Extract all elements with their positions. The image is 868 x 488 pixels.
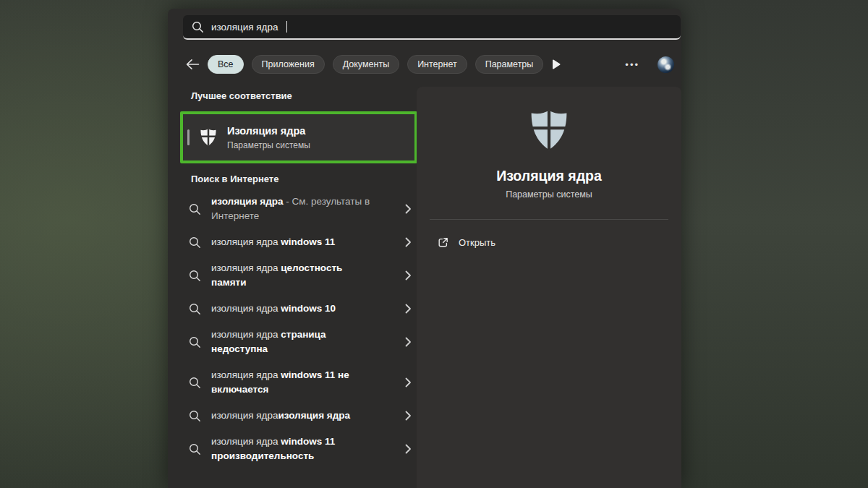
search-suggestion-icon [189,236,201,249]
suggestion-text: изоляция ядра windows 10 [211,301,381,316]
search-suggestion-icon [189,377,201,389]
result-subtitle: Параметры системы [227,140,310,151]
chevron-right-icon[interactable] [405,337,412,347]
search-suggestion[interactable]: изоляция ядра целостностьпамяти [183,257,419,294]
security-shield-large-icon [527,108,571,152]
search-flyout: изоляция ядра ВсеПриложенияДокументыИнте… [168,9,681,488]
chevron-right-icon[interactable] [405,444,412,454]
search-suggestion-icon [189,203,201,215]
back-arrow-icon[interactable] [185,59,200,70]
desktop-background: изоляция ядра ВсеПриложенияДокументыИнте… [0,0,868,488]
detail-panel: Изоляция ядра Параметры системы Открыть [417,87,681,488]
search-suggestion[interactable]: изоляция ядра windows 11 невключается [183,364,419,401]
chevron-right-icon[interactable] [405,204,412,214]
filter-bar: ВсеПриложенияДокументыИнтернетПараметры … [185,53,676,75]
filter-tabs: ВсеПриложенияДокументыИнтернетПараметры [208,55,543,74]
search-suggestion[interactable]: изоляция ядраизоляция ядра [183,404,419,427]
search-suggestion[interactable]: изоляция ядра windows 10 [183,297,419,320]
open-label: Открыть [459,237,495,248]
search-suggestion-icon [189,336,201,348]
search-input-value[interactable]: изоляция ядра [211,22,278,33]
search-suggestion-icon [189,410,201,422]
search-icon [192,21,204,33]
filter-tab-web[interactable]: Интернет [407,55,467,74]
detail-title: Изоляция ядра [417,168,681,184]
best-match-text: Изоляция ядра Параметры системы [227,124,310,151]
suggestion-text: изоляция ядра windows 11производительнос… [211,435,381,463]
filter-tab-apps[interactable]: Приложения [252,55,325,74]
search-suggestion[interactable]: изоляция ядра windows 11производительнос… [183,430,419,468]
suggestion-text: изоляция ядра - См. результаты вИнтернет… [211,194,381,223]
chevron-right-icon[interactable] [405,304,412,314]
search-suggestion-icon [189,443,201,455]
chevron-right-icon[interactable] [405,411,412,421]
web-search-heading: Поиск в Интернете [191,174,425,184]
divider [430,219,668,220]
suggestion-text: изоляция ядра windows 11 невключается [211,368,381,397]
chevron-right-icon[interactable] [405,237,412,247]
search-suggestion[interactable]: изоляция ядра - См. результаты вИнтернет… [183,190,419,228]
suggestion-text: изоляция ядра windows 11 [211,235,381,249]
more-filters-triangle-icon[interactable] [551,59,561,70]
best-match-heading: Лучшее соответствие [191,90,425,101]
chevron-right-icon[interactable] [405,270,412,281]
suggestion-text: изоляция ядра страницанедоступна [211,328,381,356]
open-external-icon [437,236,449,249]
search-suggestion-icon [189,303,201,315]
chevron-right-icon[interactable] [405,377,412,388]
search-suggestion[interactable]: изоляция ядра windows 11 [183,231,419,254]
search-box[interactable]: изоляция ядра [183,15,681,40]
user-avatar[interactable] [658,56,674,73]
result-title: Изоляция ядра [227,124,310,138]
filter-tab-documents[interactable]: Документы [333,55,399,74]
filter-tab-all[interactable]: Все [208,55,244,74]
results-column: Лучшее соответствие Изоляция ядра Параме… [183,90,425,471]
search-suggestion-icon [189,270,201,282]
best-match-result[interactable]: Изоляция ядра Параметры системы [183,114,414,160]
suggestion-list: изоляция ядра - См. результаты вИнтернет… [183,190,425,468]
suggestion-text: изоляция ядраизоляция ядра [211,408,381,423]
text-caret [286,21,288,33]
suggestion-text: изоляция ядра целостностьпамяти [211,261,381,290]
open-action[interactable]: Открыть [437,236,681,249]
search-suggestion[interactable]: изоляция ядра страницанедоступна [183,323,419,361]
options-ellipsis-icon[interactable]: ••• [625,59,639,70]
detail-subtitle: Параметры системы [417,189,681,200]
selection-indicator [187,129,190,145]
highlight-box: Изоляция ядра Параметры системы [180,111,417,163]
security-shield-icon [199,128,218,147]
filter-tab-settings[interactable]: Параметры [475,55,544,74]
